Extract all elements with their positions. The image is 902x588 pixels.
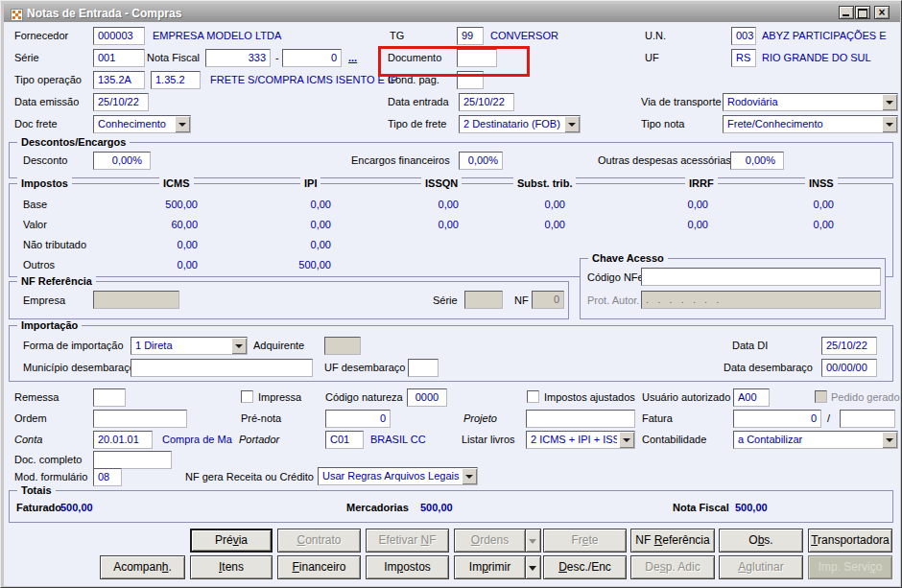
forma-importacao-label: Forma de importação <box>23 340 124 352</box>
app-icon-glyph <box>12 11 21 19</box>
impostos-cell: 0,00 <box>631 219 708 231</box>
mod-formulario-input[interactable]: 08 <box>93 468 122 486</box>
chevron-down-icon[interactable] <box>174 116 190 132</box>
desc-enc-button[interactable]: Desc./Enc <box>543 555 627 579</box>
via-transporte-select[interactable]: Rodoviária <box>723 93 898 111</box>
impressa-checkbox[interactable] <box>241 390 253 403</box>
fatura-input[interactable]: 0 <box>733 410 821 428</box>
nf-ref-serie-label: Série <box>433 294 458 307</box>
chevron-down-icon[interactable] <box>881 94 897 110</box>
previa-button[interactable]: Prévia <box>190 529 273 553</box>
descontos-group-title: Descontos/Encargos <box>17 136 130 149</box>
tipo-frete-value: 2 Destinatario (FOB) <box>463 118 562 129</box>
fornecedor-label: Fornecedor <box>14 30 68 42</box>
impostos-column-header: Subst. trib. <box>513 177 576 190</box>
data-entrada-input[interactable]: 25/10/22 <box>459 93 514 111</box>
forma-importacao-select[interactable]: 1 Direta <box>131 337 248 355</box>
chevron-down-icon[interactable] <box>230 338 247 354</box>
impostos-button[interactable]: Impostos <box>366 555 449 579</box>
nota-fiscal-input[interactable]: 333 <box>205 49 271 67</box>
transportadora-button[interactable]: Transportadora <box>808 529 892 553</box>
encargos-label: Encargos financeiros <box>351 154 450 167</box>
chevron-down-icon[interactable] <box>618 432 634 448</box>
tipo-nota-select[interactable]: Frete/Conhecimento <box>723 115 898 133</box>
impostos-ajustados-checkbox[interactable] <box>527 390 539 403</box>
uf-input[interactable]: RS <box>731 49 756 67</box>
outras-despesas-input[interactable]: 0,00% <box>730 152 784 170</box>
chevron-down-icon[interactable] <box>563 116 580 132</box>
data-desembaraco-input[interactable]: 00/00/00 <box>821 359 877 377</box>
impostos-cell: 0,00 <box>254 219 331 231</box>
impostos-cell: 0,00 <box>631 199 708 211</box>
itens-button[interactable]: Itens <box>190 555 273 579</box>
data-entrada-label: Data entrada <box>388 96 449 108</box>
pre-nota-input[interactable]: 0 <box>325 410 391 428</box>
tipo-operacao2-input[interactable]: 1.35.2 <box>151 71 201 89</box>
impostos-cell: 0,00 <box>488 219 565 231</box>
data-emissao-label: Data emissão <box>14 96 79 108</box>
tipo-frete-select[interactable]: 2 Destinatario (FOB) <box>459 115 581 133</box>
conta-input[interactable]: 20.01.01 <box>93 431 153 449</box>
obs-button[interactable]: Obs. <box>719 529 803 553</box>
acompanh-button[interactable]: Acompanh. <box>100 555 185 579</box>
municipio-desembaraco-label: Município desembaraço <box>23 362 135 374</box>
nf-ref-nf-input: 0 <box>532 291 564 309</box>
doc-completo-input[interactable] <box>93 451 172 469</box>
imprimir-dropdown-icon[interactable] <box>525 555 541 579</box>
minimize-icon[interactable] <box>839 6 854 19</box>
codigo-nfe-input[interactable] <box>641 268 881 286</box>
codigo-natureza-label: Código natureza <box>325 391 403 404</box>
fornecedor-input[interactable]: 000003 <box>93 27 145 45</box>
chevron-down-icon[interactable] <box>881 432 897 448</box>
usuario-autorizado-input[interactable]: A00 <box>733 388 770 407</box>
empresa-input <box>93 291 179 309</box>
impostos-column-header: IRRF <box>685 177 718 190</box>
tg-input[interactable]: 99 <box>457 27 484 45</box>
close-icon[interactable] <box>874 6 890 19</box>
municipio-desembaraco-input[interactable] <box>131 359 313 377</box>
portador-input[interactable]: C01 <box>325 431 364 449</box>
serie-input[interactable]: 001 <box>93 49 145 67</box>
forma-importacao-value: 1 Direta <box>135 340 229 351</box>
codigo-natureza-input[interactable]: 0000 <box>407 388 447 407</box>
listar-livros-select[interactable]: 2 ICMS + IPI + ISS <box>526 431 635 449</box>
impostos-cell: 0,00 <box>757 199 834 211</box>
financeiro-button[interactable]: Financeiro <box>277 555 361 579</box>
impostos-cell: 500,00 <box>254 259 331 271</box>
fatura2-input[interactable] <box>840 410 895 428</box>
conta-desc: Compra de Ma <box>162 434 232 446</box>
titlebar[interactable]: Notas de Entrada - Compras <box>4 4 900 22</box>
chevron-down-icon[interactable] <box>461 468 477 484</box>
imprimir-button[interactable]: Imprimir <box>454 555 526 579</box>
data-emissao-input[interactable]: 25/10/22 <box>93 93 149 111</box>
doc-frete-select[interactable]: Conhecimento <box>93 115 191 133</box>
window-title: Notas de Entrada - Compras <box>27 7 181 20</box>
impostos-column-header: ISSQN <box>421 177 462 190</box>
un-input[interactable]: 003 <box>731 27 756 45</box>
ordens-dropdown-icon <box>525 529 541 553</box>
nf-referencia-button[interactable]: NF Referência <box>630 529 715 553</box>
impostos-group-title: Impostos <box>17 177 72 190</box>
impostos-cell: 0,00 <box>488 199 565 211</box>
chevron-down-icon[interactable] <box>881 116 897 132</box>
ordem-input[interactable] <box>93 410 187 428</box>
pedido-gerado-checkbox <box>815 390 827 403</box>
maximize-icon[interactable] <box>855 6 870 19</box>
data-di-input[interactable]: 25/10/22 <box>821 337 877 355</box>
desconto-input[interactable]: 0,00% <box>93 152 151 170</box>
projeto-input[interactable] <box>526 410 635 428</box>
listar-livros-value: 2 ICMS + IPI + ISS <box>531 434 617 445</box>
nf-gera-select[interactable]: Usar Regras Arquivos Legais <box>318 467 478 485</box>
contabilidade-select[interactable]: a Contabilizar <box>733 431 898 449</box>
nota-fiscal-lookup-button[interactable]: ... <box>348 52 357 64</box>
impostos-cell: 60,00 <box>121 219 198 231</box>
encargos-input[interactable]: 0,00% <box>459 152 503 170</box>
impostos-row-label: Valor <box>23 219 47 231</box>
portador-desc: BRASIL CC <box>370 434 426 446</box>
remessa-input[interactable] <box>93 388 126 407</box>
nota-fiscal2-input[interactable]: 0 <box>282 49 342 67</box>
impostos-column-header: INSS <box>805 177 838 190</box>
uf-desembaraco-input[interactable] <box>408 359 439 377</box>
tipo-operacao-input[interactable]: 135.2A <box>93 71 145 89</box>
mercadorias-value: 500,00 <box>420 502 453 514</box>
